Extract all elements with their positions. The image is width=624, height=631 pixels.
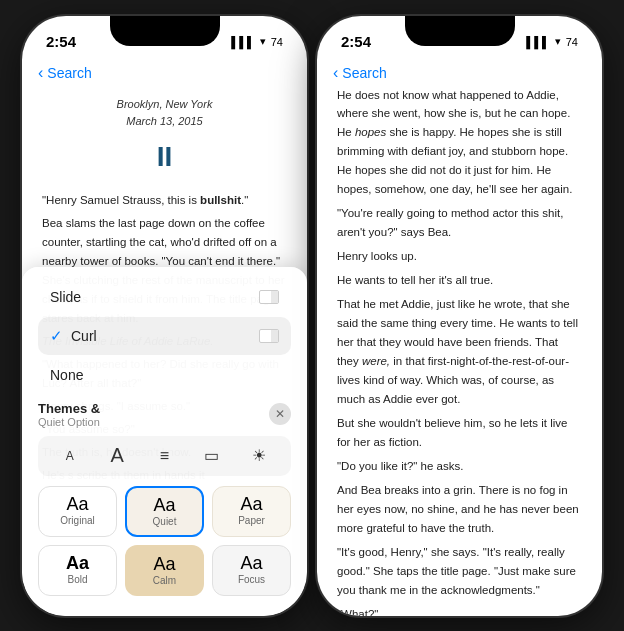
right-battery-icon: 74 [566,36,578,48]
transition-curl[interactable]: ✓ Curl [38,317,291,355]
transition-section: Slide ✓ Curl None [38,279,291,393]
theme-focus-aa: Aa [240,554,262,572]
slide-label: Slide [50,289,259,305]
right-para-9: "It's good, Henry," she says. "It's real… [337,543,582,600]
left-back-label: Search [47,65,91,81]
right-book-content: He does not know what happened to Addie,… [317,86,602,616]
themes-header: Themes & Quiet Option ✕ [38,401,291,428]
book-chapter: II [42,135,287,180]
close-button[interactable]: ✕ [269,403,291,425]
transition-none[interactable]: None [38,357,291,393]
theme-bold-name: Bold [67,574,87,585]
right-para-6: But she wouldn't believe him, so he lets… [337,414,582,452]
right-back-button[interactable]: ‹ Search [333,64,387,82]
right-para-2: "You're really going to method actor thi… [337,204,582,242]
book-header: Brooklyn, New York March 13, 2015 II [42,86,287,192]
right-para-10: "What?" [337,605,582,616]
left-time: 2:54 [46,33,76,50]
notch [110,16,220,46]
format-toolbar: A A ≡ ▭ ☀ [38,436,291,476]
right-time: 2:54 [341,33,371,50]
book-date: March 13, 2015 [42,113,287,131]
right-wifi-icon: ▾ [555,35,561,48]
transition-slide[interactable]: Slide [38,279,291,315]
right-status-icons: ▌▌▌ ▾ 74 [526,35,578,48]
theme-quiet-aa: Aa [153,496,175,514]
theme-quiet-name: Quiet [153,516,177,527]
theme-focus-name: Focus [238,574,265,585]
none-label: None [50,367,279,383]
right-nav-bar: ‹ Search [317,60,602,86]
line-spacing-button[interactable]: ≡ [148,442,180,470]
phones-container: 2:54 ▌▌▌ ▾ 74 ‹ Search Brooklyn, New Yor… [22,16,602,616]
left-status-icons: ▌▌▌ ▾ 74 [231,35,283,48]
brightness-button[interactable]: ☀ [243,442,275,470]
back-arrow-icon: ‹ [38,64,43,82]
left-back-button[interactable]: ‹ Search [38,64,92,82]
right-signal-icon: ▌▌▌ [526,36,549,48]
right-notch [405,16,515,46]
signal-icon: ▌▌▌ [231,36,254,48]
theme-calm-card[interactable]: Aa Calm [125,545,204,596]
wifi-icon: ▾ [260,35,266,48]
theme-calm-aa: Aa [153,555,175,573]
themes-label: Themes & [38,401,100,416]
left-nav-bar: ‹ Search [22,60,307,86]
theme-original-card[interactable]: Aa Original [38,486,117,537]
themes-grid: Aa Original Aa Quiet Aa Paper [38,486,291,596]
theme-original-aa: Aa [66,495,88,513]
book-para-1: "Henry Samuel Strauss, this is bullshit.… [42,191,287,210]
right-phone: 2:54 ▌▌▌ ▾ 74 ‹ Search He does not know … [317,16,602,616]
left-phone: 2:54 ▌▌▌ ▾ 74 ‹ Search Brooklyn, New Yor… [22,16,307,616]
theme-original-name: Original [60,515,94,526]
theme-bold-aa: Aa [66,554,89,572]
right-para-1: He does not know what happened to Addie,… [337,86,582,200]
quiet-option-label: Quiet Option [38,416,100,428]
curl-label: Curl [71,328,259,344]
theme-paper-aa: Aa [240,495,262,513]
theme-focus-card[interactable]: Aa Focus [212,545,291,596]
curl-icon [259,329,279,343]
right-para-8: And Bea breaks into a grin. There is no … [337,481,582,538]
right-para-3: Henry looks up. [337,247,582,266]
check-icon: ✓ [50,327,63,345]
theme-paper-name: Paper [238,515,265,526]
theme-quiet-card[interactable]: Aa Quiet [125,486,204,537]
font-larger-button[interactable]: A [101,442,133,470]
slide-icon [259,290,279,304]
right-para-7: "Do you like it?" he asks. [337,457,582,476]
themes-title: Themes & Quiet Option [38,401,100,428]
font-smaller-button[interactable]: A [54,442,86,470]
right-back-arrow-icon: ‹ [333,64,338,82]
battery-icon: 74 [271,36,283,48]
right-back-label: Search [342,65,386,81]
right-para-4: He wants to tell her it's all true. [337,271,582,290]
overlay-panel: Slide ✓ Curl None Themes & [22,267,307,616]
book-location: Brooklyn, New York [42,96,287,114]
theme-bold-card[interactable]: Aa Bold [38,545,117,596]
theme-paper-card[interactable]: Aa Paper [212,486,291,537]
right-para-5: That he met Addie, just like he wrote, t… [337,295,582,409]
theme-calm-name: Calm [153,575,176,586]
layout-button[interactable]: ▭ [196,442,228,470]
